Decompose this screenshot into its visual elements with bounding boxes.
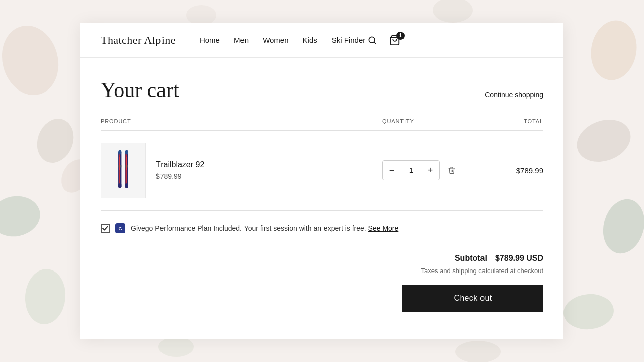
subtotal-label: Subtotal — [455, 254, 487, 263]
nav-link-home[interactable]: Home — [200, 36, 220, 44]
svg-point-9 — [186, 5, 216, 25]
svg-rect-26 — [119, 157, 120, 170]
tax-note: Taxes and shipping calculated at checkou… — [101, 267, 543, 275]
subtotal-amount: $789.99 USD — [495, 254, 543, 263]
product-col: Trailblazer 92 $789.99 — [101, 143, 382, 198]
table-row: Trailblazer 92 $789.99 − 1 + — [101, 131, 543, 211]
qty-decrease-button[interactable]: − — [383, 161, 401, 180]
nav-link-kids[interactable]: Kids — [303, 36, 317, 44]
svg-point-0 — [0, 19, 66, 102]
search-icon — [367, 35, 377, 45]
col-product-header: PRODUCT — [101, 118, 382, 124]
svg-point-7 — [597, 195, 644, 258]
product-info: Trailblazer 92 $789.99 — [156, 160, 204, 180]
svg-point-11 — [158, 337, 194, 357]
svg-point-23 — [125, 150, 128, 155]
delete-item-button[interactable] — [445, 163, 459, 178]
cart-badge: 1 — [396, 32, 405, 40]
svg-point-19 — [118, 150, 121, 155]
svg-point-8 — [562, 292, 615, 331]
product-name: Trailblazer 92 — [156, 160, 204, 169]
checkout-button[interactable]: Check out — [403, 285, 543, 312]
header: Thatcher Alpine HomeMenWomenKidsSki Find… — [80, 23, 564, 58]
cart-header-row: Your cart Continue shopping — [101, 78, 543, 102]
svg-line-14 — [374, 42, 376, 44]
subtotal-row: Subtotal $789.99 USD — [101, 254, 543, 263]
givego-brand-icon: G — [115, 223, 126, 234]
svg-point-12 — [455, 341, 501, 362]
ski-illustration — [111, 148, 136, 193]
continue-shopping-link[interactable]: Continue shopping — [485, 90, 543, 99]
col-total-header: TOTAL — [483, 118, 543, 124]
cart-button[interactable]: 1 — [387, 33, 403, 48]
product-image — [101, 143, 146, 198]
trash-icon — [448, 166, 456, 175]
givego-section: G Givego Performance Plan Included. Your… — [101, 211, 543, 246]
nav-link-women[interactable]: Women — [263, 36, 288, 44]
main-nav: HomeMenWomenKidsSki Finder — [200, 36, 365, 45]
qty-increase-button[interactable]: + — [421, 161, 439, 180]
checkout-section: Subtotal $789.99 USD Taxes and shipping … — [101, 254, 543, 312]
svg-point-13 — [369, 37, 375, 43]
svg-point-1 — [31, 114, 80, 168]
page-container: Thatcher Alpine HomeMenWomenKidsSki Find… — [80, 23, 564, 339]
svg-rect-18 — [118, 183, 121, 188]
svg-point-5 — [586, 17, 641, 84]
nav-link-ski-finder[interactable]: Ski Finder — [332, 36, 366, 44]
search-button[interactable] — [365, 33, 379, 47]
cart-title: Your cart — [101, 78, 179, 102]
svg-rect-22 — [125, 183, 128, 188]
svg-point-3 — [23, 267, 67, 326]
quantity-col: − 1 + — [382, 160, 483, 180]
line-total: $789.99 — [483, 166, 543, 175]
svg-point-6 — [571, 113, 637, 169]
svg-rect-27 — [126, 157, 127, 170]
plus-icon: + — [428, 165, 433, 176]
minus-icon: − — [389, 165, 395, 176]
col-quantity-header: QUANTITY — [382, 118, 483, 124]
qty-controls: − 1 + — [382, 160, 440, 180]
givego-see-more-link[interactable]: See More — [368, 224, 399, 232]
qty-value: 1 — [401, 161, 421, 180]
givego-checkbox[interactable] — [101, 224, 110, 233]
brand-name: Thatcher Alpine — [101, 34, 176, 47]
main-content: Your cart Continue shopping PRODUCT QUAN… — [80, 58, 564, 337]
svg-point-2 — [0, 192, 43, 240]
cart-columns: PRODUCT QUANTITY TOTAL — [101, 118, 543, 131]
givego-text: Givego Performance Plan Included. Your f… — [131, 224, 398, 232]
header-icons: 1 — [365, 33, 403, 48]
product-price: $789.99 — [156, 172, 204, 180]
nav-link-men[interactable]: Men — [234, 36, 249, 44]
checkmark-icon — [102, 226, 108, 231]
svg-text:G: G — [118, 226, 122, 231]
svg-point-10 — [433, 0, 473, 23]
